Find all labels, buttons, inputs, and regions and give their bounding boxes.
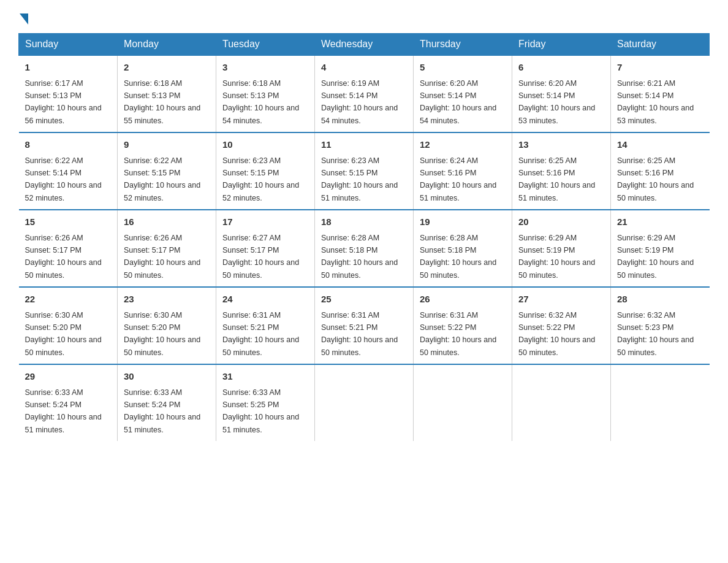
calendar-cell: 20Sunrise: 6:29 AMSunset: 5:19 PMDayligh… [512,210,611,287]
calendar-cell: 24Sunrise: 6:31 AMSunset: 5:21 PMDayligh… [216,287,315,364]
calendar-cell: 15Sunrise: 6:26 AMSunset: 5:17 PMDayligh… [19,210,118,287]
calendar-cell: 30Sunrise: 6:33 AMSunset: 5:24 PMDayligh… [118,364,216,441]
calendar-header-row: SundayMondayTuesdayWednesdayThursdayFrid… [19,34,710,56]
day-number: 16 [124,215,210,229]
day-info: Sunrise: 6:20 AMSunset: 5:14 PMDaylight:… [518,79,595,125]
day-info: Sunrise: 6:33 AMSunset: 5:25 PMDaylight:… [222,388,299,434]
day-info: Sunrise: 6:23 AMSunset: 5:15 PMDaylight:… [321,156,398,202]
calendar-cell: 12Sunrise: 6:24 AMSunset: 5:16 PMDayligh… [414,132,512,210]
day-info: Sunrise: 6:30 AMSunset: 5:20 PMDaylight:… [124,311,200,357]
day-number: 21 [617,215,703,229]
day-info: Sunrise: 6:23 AMSunset: 5:15 PMDaylight:… [222,156,299,202]
day-info: Sunrise: 6:26 AMSunset: 5:17 PMDaylight:… [25,234,102,280]
calendar-cell: 22Sunrise: 6:30 AMSunset: 5:20 PMDayligh… [19,287,118,364]
calendar-week-row: 15Sunrise: 6:26 AMSunset: 5:17 PMDayligh… [19,210,710,287]
day-number: 12 [420,138,506,152]
day-info: Sunrise: 6:17 AMSunset: 5:13 PMDaylight:… [25,79,102,125]
day-info: Sunrise: 6:29 AMSunset: 5:19 PMDaylight:… [518,234,595,280]
day-number: 10 [222,138,308,152]
calendar-cell: 19Sunrise: 6:28 AMSunset: 5:18 PMDayligh… [414,210,512,287]
day-info: Sunrise: 6:33 AMSunset: 5:24 PMDaylight:… [25,388,102,434]
day-info: Sunrise: 6:31 AMSunset: 5:22 PMDaylight:… [420,311,496,357]
day-number: 23 [124,293,210,307]
calendar-cell [512,364,611,441]
calendar-week-row: 8Sunrise: 6:22 AMSunset: 5:14 PMDaylight… [19,132,710,210]
calendar-cell: 17Sunrise: 6:27 AMSunset: 5:17 PMDayligh… [216,210,315,287]
logo-arrow-icon [20,13,28,25]
calendar-cell: 14Sunrise: 6:25 AMSunset: 5:16 PMDayligh… [611,132,710,210]
header-tuesday: Tuesday [216,34,315,56]
header-thursday: Thursday [414,34,512,56]
day-info: Sunrise: 6:32 AMSunset: 5:22 PMDaylight:… [518,311,595,357]
page-header [18,12,710,21]
calendar-table: SundayMondayTuesdayWednesdayThursdayFrid… [18,33,710,441]
day-info: Sunrise: 6:26 AMSunset: 5:17 PMDaylight:… [124,234,200,280]
calendar-cell: 3Sunrise: 6:18 AMSunset: 5:13 PMDaylight… [216,55,315,132]
day-number: 1 [25,61,112,75]
day-info: Sunrise: 6:30 AMSunset: 5:20 PMDaylight:… [25,311,102,357]
day-number: 2 [124,61,210,75]
day-info: Sunrise: 6:31 AMSunset: 5:21 PMDaylight:… [321,311,398,357]
calendar-cell: 26Sunrise: 6:31 AMSunset: 5:22 PMDayligh… [414,287,512,364]
header-wednesday: Wednesday [315,34,414,56]
calendar-week-row: 22Sunrise: 6:30 AMSunset: 5:20 PMDayligh… [19,287,710,364]
day-info: Sunrise: 6:33 AMSunset: 5:24 PMDaylight:… [124,388,200,434]
day-info: Sunrise: 6:25 AMSunset: 5:16 PMDaylight:… [617,156,694,202]
calendar-cell: 6Sunrise: 6:20 AMSunset: 5:14 PMDaylight… [512,55,611,132]
header-saturday: Saturday [611,34,710,56]
day-number: 18 [321,215,407,229]
day-number: 5 [420,61,506,75]
calendar-week-row: 1Sunrise: 6:17 AMSunset: 5:13 PMDaylight… [19,55,710,132]
logo [18,12,29,21]
calendar-cell: 18Sunrise: 6:28 AMSunset: 5:18 PMDayligh… [315,210,414,287]
day-info: Sunrise: 6:28 AMSunset: 5:18 PMDaylight:… [321,234,398,280]
day-info: Sunrise: 6:18 AMSunset: 5:13 PMDaylight:… [124,79,200,125]
calendar-cell [611,364,710,441]
calendar-cell: 13Sunrise: 6:25 AMSunset: 5:16 PMDayligh… [512,132,611,210]
calendar-cell: 28Sunrise: 6:32 AMSunset: 5:23 PMDayligh… [611,287,710,364]
day-number: 6 [518,61,604,75]
calendar-week-row: 29Sunrise: 6:33 AMSunset: 5:24 PMDayligh… [19,364,710,441]
day-number: 15 [25,215,112,229]
day-info: Sunrise: 6:32 AMSunset: 5:23 PMDaylight:… [617,311,694,357]
header-sunday: Sunday [19,34,118,56]
calendar-cell [315,364,414,441]
calendar-cell: 16Sunrise: 6:26 AMSunset: 5:17 PMDayligh… [118,210,216,287]
calendar-cell: 8Sunrise: 6:22 AMSunset: 5:14 PMDaylight… [19,132,118,210]
day-number: 30 [124,370,210,384]
day-info: Sunrise: 6:29 AMSunset: 5:19 PMDaylight:… [617,234,694,280]
day-number: 3 [222,61,308,75]
calendar-cell: 1Sunrise: 6:17 AMSunset: 5:13 PMDaylight… [19,55,118,132]
header-monday: Monday [118,34,216,56]
day-number: 8 [25,138,112,152]
day-number: 27 [518,293,604,307]
day-info: Sunrise: 6:25 AMSunset: 5:16 PMDaylight:… [518,156,595,202]
calendar-cell: 2Sunrise: 6:18 AMSunset: 5:13 PMDaylight… [118,55,216,132]
calendar-cell: 29Sunrise: 6:33 AMSunset: 5:24 PMDayligh… [19,364,118,441]
day-info: Sunrise: 6:27 AMSunset: 5:17 PMDaylight:… [222,234,299,280]
calendar-cell: 7Sunrise: 6:21 AMSunset: 5:14 PMDaylight… [611,55,710,132]
day-number: 28 [617,293,703,307]
calendar-cell: 27Sunrise: 6:32 AMSunset: 5:22 PMDayligh… [512,287,611,364]
day-number: 4 [321,61,407,75]
header-friday: Friday [512,34,611,56]
calendar-cell: 25Sunrise: 6:31 AMSunset: 5:21 PMDayligh… [315,287,414,364]
day-info: Sunrise: 6:20 AMSunset: 5:14 PMDaylight:… [420,79,496,125]
day-info: Sunrise: 6:24 AMSunset: 5:16 PMDaylight:… [420,156,496,202]
day-number: 19 [420,215,506,229]
calendar-cell [414,364,512,441]
calendar-cell: 31Sunrise: 6:33 AMSunset: 5:25 PMDayligh… [216,364,315,441]
day-number: 24 [222,293,308,307]
day-info: Sunrise: 6:28 AMSunset: 5:18 PMDaylight:… [420,234,496,280]
day-info: Sunrise: 6:18 AMSunset: 5:13 PMDaylight:… [222,79,299,125]
day-info: Sunrise: 6:22 AMSunset: 5:14 PMDaylight:… [25,156,102,202]
day-number: 29 [25,370,112,384]
calendar-cell: 21Sunrise: 6:29 AMSunset: 5:19 PMDayligh… [611,210,710,287]
calendar-cell: 11Sunrise: 6:23 AMSunset: 5:15 PMDayligh… [315,132,414,210]
calendar-cell: 4Sunrise: 6:19 AMSunset: 5:14 PMDaylight… [315,55,414,132]
day-number: 11 [321,138,407,152]
day-info: Sunrise: 6:31 AMSunset: 5:21 PMDaylight:… [222,311,299,357]
day-info: Sunrise: 6:21 AMSunset: 5:14 PMDaylight:… [617,79,694,125]
calendar-cell: 10Sunrise: 6:23 AMSunset: 5:15 PMDayligh… [216,132,315,210]
day-number: 7 [617,61,703,75]
